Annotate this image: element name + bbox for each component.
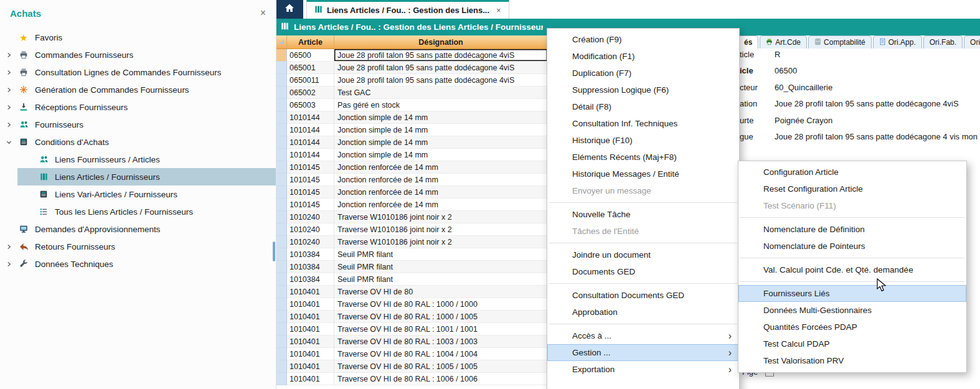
row-selector-cell[interactable]	[276, 74, 287, 87]
cell-article[interactable]: 1010144	[287, 136, 334, 149]
table-row[interactable]: 065002Test GAC	[276, 87, 548, 99]
sidebar-item-consultation-lignes-de-commandes-fournisseurs[interactable]: Consultation Lignes de Commandes Fournis…	[0, 63, 276, 81]
chevron-collapsed-icon[interactable]	[6, 261, 17, 267]
cell-article[interactable]: 1010240	[287, 223, 334, 236]
sidebar-item-liens-vari-articles-fournisseurs[interactable]: Liens Vari-Articles / Fournisseurs	[0, 185, 276, 203]
cell-designation[interactable]: Seuil PMR filant	[334, 273, 548, 286]
row-selector-cell[interactable]	[276, 186, 287, 199]
table-row[interactable]: 1010401Traverse OV HI de 80 RAL : 1000 /…	[276, 298, 548, 311]
cell-designation[interactable]: Traverse W1010186 joint noir x 2	[334, 211, 548, 223]
table-row[interactable]: 065001Joue 28 profil talon 95 sans patte…	[276, 62, 548, 74]
sidebar-item-commandes-fournisseurs[interactable]: Commandes Fournisseurs	[0, 46, 276, 63]
cell-article[interactable]: 1010145	[287, 161, 334, 174]
row-selector-cell[interactable]	[276, 360, 287, 373]
submenu-item-test-calcul-pdap[interactable]: Test Calcul PDAP	[738, 335, 966, 352]
menu-item-exportation[interactable]: Exportation›	[547, 361, 739, 378]
cell-article[interactable]: 1010401	[287, 286, 334, 298]
cell-article[interactable]: 1010401	[287, 298, 334, 311]
table-row[interactable]: 1010401Traverse OV HI de 80 RAL : 1000 /…	[276, 311, 548, 323]
table-row[interactable]: 1010401Traverse OV HI de 80 RAL : 1003 /…	[276, 335, 548, 348]
cell-article[interactable]: 1010145	[287, 199, 334, 211]
row-selector-cell[interactable]	[276, 49, 287, 62]
cell-article[interactable]: 065002	[287, 87, 334, 99]
cell-article[interactable]: 1010144	[287, 111, 334, 124]
row-selector-cell[interactable]	[276, 323, 287, 335]
row-selector-cell[interactable]	[276, 136, 287, 149]
row-selector-cell[interactable]	[276, 248, 287, 261]
sidebar-item-liens-fournisseurs-articles[interactable]: Liens Fournisseurs / Articles	[0, 151, 276, 168]
sidebar-item-demandes-d-approvisionnements[interactable]: Demandes d'Approvisionnements	[0, 220, 276, 238]
sidebar-item-receptions-fournisseurs[interactable]: Réceptions Fournisseurs	[0, 98, 276, 116]
row-selector-cell[interactable]	[276, 273, 287, 286]
table-row[interactable]: 1010145Jonction renforcée de 14 mm	[276, 199, 548, 211]
table-row[interactable]: 1010145Jonction renforcée de 14 mm	[276, 161, 548, 174]
cell-article[interactable]: 1010384	[287, 248, 334, 261]
menu-item-taches-de-l-entite[interactable]: Tâches de l'Entité	[547, 223, 739, 240]
table-row[interactable]: 0650011Joue 28 profil talon 95 sans patt…	[276, 74, 548, 87]
cell-article[interactable]: 1010144	[287, 124, 334, 136]
cell-designation[interactable]: Jonction renforcée de 14 mm	[334, 161, 548, 174]
table-row[interactable]: 1010401Traverse OV HI de 80 RAL : 1004 /…	[276, 348, 548, 360]
row-selector-cell[interactable]	[276, 311, 287, 323]
menu-item-consultation-inf-techniques[interactable]: Consultation Inf. Techniques	[547, 115, 739, 132]
chevron-collapsed-icon[interactable]	[6, 122, 17, 128]
cell-article[interactable]: 1010240	[287, 211, 334, 223]
row-selector-cell[interactable]	[276, 149, 287, 161]
menu-item-duplication-f7[interactable]: Duplication (F7)	[547, 65, 739, 82]
table-row[interactable]: 1010401Traverse OV HI de 80 RAL : 1001 /…	[276, 323, 548, 335]
cell-designation[interactable]: Test GAC	[334, 87, 548, 99]
cell-article[interactable]: 1010401	[287, 311, 334, 323]
submenu-item-quantites-forcees-pdap[interactable]: Quantités Forcées PDAP	[738, 319, 966, 335]
cell-designation[interactable]: Seuil PMR filant	[334, 248, 548, 261]
cell-article[interactable]: 1010401	[287, 360, 334, 373]
table-row[interactable]: 1010145Jonction renforcée de 14 mm	[276, 186, 548, 199]
sidebar-item-liens-articles-fournisseurs[interactable]: Liens Articles / Fournisseurs	[0, 168, 276, 185]
row-selector-cell[interactable]	[276, 62, 287, 74]
table-row[interactable]: 1010401Traverse OV HI de 80 RAL : 1005 /…	[276, 360, 548, 373]
row-selector-cell[interactable]	[276, 161, 287, 174]
cell-designation[interactable]: Seuil PMR filant	[334, 261, 548, 273]
table-row[interactable]: 1010144Jonction simple de 14 mm	[276, 111, 548, 124]
menu-item-nouvelle-tache[interactable]: Nouvelle Tâche	[547, 206, 739, 223]
row-selector-cell[interactable]	[276, 261, 287, 273]
cell-designation[interactable]: Jonction simple de 14 mm	[334, 149, 548, 161]
row-selector-cell[interactable]	[276, 348, 287, 360]
menu-item-consultation-documents-ged[interactable]: Consultation Documents GED	[547, 287, 739, 304]
cell-designation[interactable]: Jonction renforcée de 14 mm	[334, 186, 548, 199]
table-row[interactable]: 06500Joue 28 profil talon 95 sans patte …	[276, 49, 548, 62]
cell-designation[interactable]: Joue 28 profil talon 95 sans patte dodéc…	[334, 62, 548, 74]
submenu-item-val-calcul-point-cde-et-qte-demandee[interactable]: Val. Calcul point Cde. et Qté. demandée	[738, 261, 966, 278]
tab-liens-articles[interactable]: Liens Articles / Fou.. : Gestion des Lie…	[306, 0, 509, 19]
submenu-item-test-valorisation-prv[interactable]: Test Valorisation PRV	[738, 352, 966, 369]
sidebar-item-tous-les-liens-articles-fournisseurs[interactable]: Tous les Liens Articles / Fournisseurs	[0, 203, 276, 220]
cell-article[interactable]: 065001	[287, 62, 334, 74]
table-corner-cell[interactable]	[276, 35, 287, 49]
cell-designation[interactable]: Jonction simple de 14 mm	[334, 136, 548, 149]
cell-article[interactable]: 0650011	[287, 74, 334, 87]
cell-designation[interactable]: Traverse W1010186 joint noir x 2	[334, 223, 548, 236]
home-button[interactable]	[276, 0, 303, 19]
cell-designation[interactable]: Pas géré en stock	[334, 99, 548, 111]
table-row[interactable]: 1010240Traverse W1010186 joint noir x 2	[276, 211, 548, 223]
sidebar-item-retours-fournisseurs[interactable]: Retours Fournisseurs	[0, 238, 276, 255]
table-row[interactable]: 1010401Traverse OV HI de 80	[276, 286, 548, 298]
table-row[interactable]: 1010144Jonction simple de 14 mm	[276, 136, 548, 149]
table-row[interactable]: 1010384Seuil PMR filant	[276, 248, 548, 261]
table-row[interactable]: 1010401Traverse OV HI de 80 RAL : 1006 /…	[276, 373, 548, 385]
cell-article[interactable]: 1010145	[287, 186, 334, 199]
row-selector-cell[interactable]	[276, 87, 287, 99]
menu-item-documents-ged[interactable]: Documents GED	[547, 263, 739, 280]
row-selector-cell[interactable]	[276, 211, 287, 223]
table-row[interactable]: 1010384Seuil PMR filant	[276, 261, 548, 273]
column-header-designation[interactable]: Désignation	[334, 35, 548, 49]
chevron-expanded-icon[interactable]	[6, 139, 17, 145]
cell-article[interactable]: 1010401	[287, 373, 334, 385]
submenu-item-donnees-multi-gestionnaires[interactable]: Données Multi-Gestionnaires	[738, 302, 966, 319]
sidebar-item-generation-de-commandes-fournisseurs[interactable]: Génération de Commandes Fournisseurs	[0, 81, 276, 98]
table-row[interactable]: 1010145Jonction renforcée de 14 mm	[276, 174, 548, 186]
submenu-item-nomenclature-de-definition[interactable]: Nomenclature de Définition	[738, 221, 966, 238]
cell-article[interactable]: 1010401	[287, 335, 334, 348]
cell-designation[interactable]: Traverse OV HI de 80 RAL : 1000 / 1000	[334, 298, 548, 311]
row-selector-cell[interactable]	[276, 373, 287, 385]
cell-designation[interactable]: Traverse OV HI de 80 RAL : 1004 / 1004	[334, 348, 548, 360]
